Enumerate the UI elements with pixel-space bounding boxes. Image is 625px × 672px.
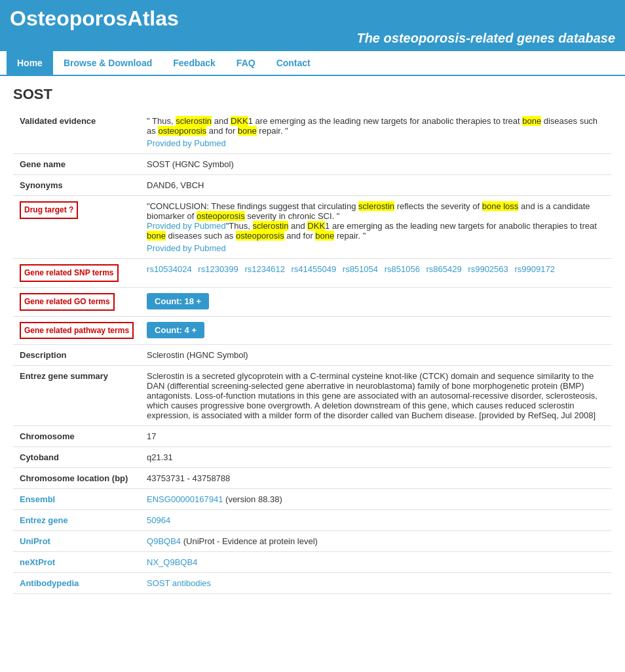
uniprot-label: UniProt [13, 531, 140, 552]
entrez-gene-row: Entrez gene 50964 [13, 510, 612, 531]
synonyms-value: DAND6, VBCH [140, 175, 612, 196]
drug-target-row: Drug target ? "CONCLUSION: These finding… [13, 196, 612, 259]
nav-contact[interactable]: Contact [266, 51, 321, 75]
bone-highlight-1: bone [522, 116, 541, 126]
snp-link-1[interactable]: rs10534024 [147, 264, 192, 274]
validated-evidence-label: Validated evidence [13, 111, 140, 154]
bone-loss-highlight: bone loss [482, 201, 519, 211]
snp-link-7[interactable]: rs865429 [426, 264, 462, 274]
osteoporosis-highlight-2: osteoporosis [197, 211, 245, 221]
uniprot-value: Q9BQB4 (UniProt - Evidence at protein le… [140, 531, 612, 552]
validated-evidence-value: " Thus, sclerostin and DKK1 are emerging… [140, 111, 612, 154]
uniprot-row: UniProt Q9BQB4 (UniProt - Evidence at pr… [13, 531, 612, 552]
nextprot-label: neXtProt [13, 552, 140, 573]
pubmed-link-2[interactable]: Provided by Pubmed [147, 221, 226, 231]
drug-target-value: "CONCLUSION: These findings suggest that… [140, 196, 612, 259]
synonyms-label: Synonyms [13, 175, 140, 196]
snp-link-4[interactable]: rs41455049 [292, 264, 337, 274]
snp-link-3[interactable]: rs1234612 [244, 264, 284, 274]
ensembl-version: (version 88.38) [223, 494, 282, 504]
page-title: SOST [13, 86, 612, 103]
chr-location-label: Chromosome location (bp) [13, 468, 140, 489]
main-content: SOST Validated evidence " Thus, sclerost… [0, 76, 625, 604]
drug-target-label: Drug target ? [20, 201, 78, 219]
snp-link-6[interactable]: rs851056 [385, 264, 420, 274]
snp-link-5[interactable]: rs851054 [343, 264, 378, 274]
antibodypedia-value: SOST antibodies [140, 573, 612, 594]
go-terms-label-cell: Gene related GO terms [13, 287, 140, 316]
cytoband-label: Cytoband [13, 447, 140, 468]
pathway-count-button[interactable]: Count: 4 + [147, 322, 204, 338]
snp-terms-row: Gene related SNP terms rs10534024 rs1230… [13, 259, 612, 288]
ensembl-link[interactable]: ENSG00000167941 [147, 494, 223, 504]
drug-target-label-cell: Drug target ? [13, 196, 140, 259]
pubmed-link-1[interactable]: Provided by Pubmed [147, 138, 605, 148]
snp-link-9[interactable]: rs9909172 [514, 264, 554, 274]
gene-name-value: SOST (HGNC Symbol) [140, 154, 612, 175]
entrez-gene-label: Entrez gene [13, 510, 140, 531]
nextprot-value: NX_Q9BQB4 [140, 552, 612, 573]
nav-browse[interactable]: Browse & Download [53, 51, 162, 75]
nav-feedback[interactable]: Feedback [162, 51, 226, 75]
antibodypedia-link[interactable]: SOST antibodies [147, 578, 211, 588]
go-terms-row: Gene related GO terms Count: 18 + [13, 287, 612, 316]
validated-evidence-row: Validated evidence " Thus, sclerostin an… [13, 111, 612, 154]
synonyms-row: Synonyms DAND6, VBCH [13, 175, 612, 196]
snp-terms-label-cell: Gene related SNP terms [13, 259, 140, 288]
chr-location-row: Chromosome location (bp) 43753731 - 4375… [13, 468, 612, 489]
pathway-terms-value: Count: 4 + [140, 316, 612, 345]
antibodypedia-label: Antibodypedia [13, 573, 140, 594]
chromosome-label: Chromosome [13, 426, 140, 447]
pubmed-link-3[interactable]: Provided by Pubmed [147, 243, 605, 253]
pathway-terms-row: Gene related pathway terms Count: 4 + [13, 316, 612, 345]
chromosome-row: Chromosome 17 [13, 426, 612, 447]
snp-link-2[interactable]: rs1230399 [198, 264, 238, 274]
drug-target-text: "CONCLUSION: These findings suggest that… [147, 201, 590, 221]
snp-terms-label: Gene related SNP terms [20, 264, 119, 282]
navbar: Home Browse & Download Feedback FAQ Cont… [0, 51, 625, 76]
dkk1-highlight-2: DKK [307, 221, 325, 231]
bone-highlight-3: bone [147, 231, 166, 241]
sclerostin-highlight-3: sclerostin [253, 221, 289, 231]
entrez-gene-link[interactable]: 50964 [147, 515, 170, 525]
go-terms-value: Count: 18 + [140, 287, 612, 316]
gene-name-label: Gene name [13, 154, 140, 175]
pathway-terms-label: Gene related pathway terms [20, 322, 134, 340]
description-row: Description Sclerostin (HGNC Symbol) [13, 345, 612, 366]
ensembl-label: Ensembl [13, 489, 140, 510]
go-terms-label: Gene related GO terms [20, 293, 115, 311]
antibodypedia-row: Antibodypedia SOST antibodies [13, 573, 612, 594]
snp-terms-value: rs10534024 rs1230399 rs1234612 rs4145504… [140, 259, 612, 288]
nav-faq[interactable]: FAQ [226, 51, 266, 75]
dkk1-highlight-1: DKK [231, 116, 248, 126]
site-title: OsteoporosAtlas [10, 7, 615, 31]
pathway-terms-label-cell: Gene related pathway terms [13, 316, 140, 345]
nextprot-row: neXtProt NX_Q9BQB4 [13, 552, 612, 573]
description-label: Description [13, 345, 140, 366]
chr-location-value: 43753731 - 43758788 [140, 468, 612, 489]
entrez-summary-value: Sclerostin is a secreted glycoprotein wi… [140, 366, 612, 426]
bone-highlight-2: bone [238, 126, 257, 136]
snp-link-8[interactable]: rs9902563 [468, 264, 508, 274]
gene-info-table: Validated evidence " Thus, sclerostin an… [13, 111, 612, 594]
gene-name-row: Gene name SOST (HGNC Symbol) [13, 154, 612, 175]
entrez-summary-label: Entrez gene summary [13, 366, 140, 426]
osteoporosis-highlight-3: osteoporosis [236, 231, 284, 241]
sclerostin-highlight-1: sclerostin [176, 116, 212, 126]
sclerostin-highlight-2: sclerostin [358, 201, 394, 211]
nav-home[interactable]: Home [7, 51, 53, 75]
uniprot-link[interactable]: Q9BQB4 [147, 536, 181, 546]
chromosome-value: 17 [140, 426, 612, 447]
uniprot-desc: (UniProt - Evidence at protein level) [181, 536, 318, 546]
entrez-summary-row: Entrez gene summary Sclerostin is a secr… [13, 366, 612, 426]
entrez-summary-text: Sclerostin is a secreted glycoprotein wi… [147, 371, 597, 420]
site-subtitle: The osteoporosis-related genes database [10, 31, 615, 46]
ensembl-row: Ensembl ENSG00000167941 (version 88.38) [13, 489, 612, 510]
ensembl-value: ENSG00000167941 (version 88.38) [140, 489, 612, 510]
nextprot-link[interactable]: NX_Q9BQB4 [147, 557, 197, 567]
bone-highlight-4: bone [315, 231, 334, 241]
go-count-button[interactable]: Count: 18 + [147, 293, 209, 309]
description-value: Sclerostin (HGNC Symbol) [140, 345, 612, 366]
entrez-gene-value: 50964 [140, 510, 612, 531]
cytoband-value: q21.31 [140, 447, 612, 468]
